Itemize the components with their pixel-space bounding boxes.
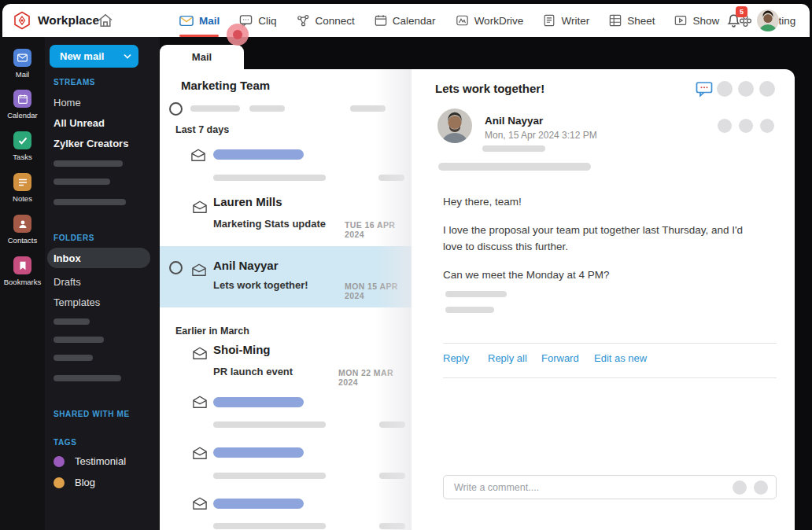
reply-all-button[interactable]: Reply all — [488, 352, 527, 364]
body-paragraph: Hey there, team! — [443, 193, 764, 210]
new-mail-button[interactable]: New mail — [50, 45, 138, 68]
workdrive-icon — [456, 14, 469, 27]
home-icon[interactable] — [98, 13, 113, 28]
envelope-icon — [192, 446, 208, 460]
skeleton-bar — [54, 337, 104, 343]
notification-badge: 5 — [736, 6, 747, 17]
nav-show[interactable]: Show — [674, 14, 719, 27]
skeleton-bar — [213, 397, 304, 407]
connect-icon — [297, 14, 310, 28]
mail-select-checkbox[interactable] — [169, 261, 183, 274]
new-mail-label: New mail — [50, 50, 104, 62]
sidebar-item-templates[interactable]: Templates — [54, 296, 100, 308]
message-body: Hey there, team! I love the proposal you… — [443, 193, 764, 295]
tab-mail[interactable]: Mail — [160, 45, 244, 69]
nav-workdrive[interactable]: WorkDrive — [456, 14, 524, 27]
mail-list: Marketing Team Last 7 days Lauren Mills … — [160, 69, 412, 530]
rail-item-notes[interactable]: Notes — [0, 173, 45, 203]
rail-item-calendar[interactable]: Calendar — [0, 90, 45, 120]
select-all-checkbox[interactable] — [169, 102, 183, 116]
edit-as-new-button[interactable]: Edit as new — [594, 352, 647, 364]
nav-label: Connect — [316, 15, 355, 27]
header-button-placeholder[interactable] — [760, 119, 774, 133]
mail-icon — [179, 15, 194, 27]
nav-calendar[interactable]: Calendar — [375, 14, 436, 27]
rail-item-contacts[interactable]: Contacts — [0, 215, 45, 245]
nav-label: Calendar — [393, 15, 436, 27]
sidebar-item-all-unread[interactable]: All Unread — [54, 117, 105, 129]
nav-writer[interactable]: Writer — [543, 14, 589, 27]
comment-input[interactable] — [454, 477, 714, 498]
top-bar: Workplace Mail Cliq — [2, 4, 810, 37]
mail-date: MON 22 MAR 2024 — [338, 368, 412, 387]
rail-contacts-icon — [13, 215, 31, 233]
chevron-down-icon[interactable] — [124, 53, 131, 59]
rail-item-tasks[interactable]: Tasks — [0, 131, 45, 161]
skeleton-bar — [213, 421, 326, 428]
rail-label: Bookmarks — [0, 278, 45, 286]
tag-testimonial[interactable]: Testimonial — [54, 455, 126, 467]
toolbar-button-placeholder[interactable] — [717, 81, 733, 97]
rail-tasks-icon — [13, 131, 31, 149]
group-label-older: Earlier in March — [175, 326, 249, 337]
comment-box — [443, 475, 777, 499]
divider — [443, 343, 777, 344]
message-subject: Lets work together! — [435, 82, 544, 95]
reply-button[interactable]: Reply — [443, 352, 469, 364]
envelope-icon — [192, 346, 208, 360]
rail-label: Notes — [0, 194, 45, 203]
rail-item-bookmarks[interactable]: Bookmarks — [0, 256, 45, 286]
envelope-icon — [190, 148, 206, 162]
nav-label: Mail — [199, 15, 220, 27]
mail-subject: Marketing Stats update — [213, 218, 326, 230]
comment-action-placeholder[interactable] — [733, 480, 747, 495]
tag-blog[interactable]: Blog — [54, 477, 95, 488]
divider — [443, 377, 777, 378]
nav-sheet[interactable]: Sheet — [609, 14, 655, 27]
skeleton-bar — [54, 160, 123, 167]
skeleton-bar — [213, 149, 304, 160]
sidebar-item-zylker-creators[interactable]: Zylker Creators — [54, 138, 128, 149]
skeleton-bar — [213, 473, 326, 479]
comment-icon[interactable] — [696, 81, 713, 98]
skeleton-bar — [445, 307, 494, 313]
folders-section-label: FOLDERS — [54, 234, 94, 242]
toolbar-button-placeholder[interactable] — [738, 81, 754, 97]
envelope-icon — [192, 395, 208, 409]
nav-label: Show — [692, 15, 719, 27]
sidebar-item-home[interactable]: Home — [54, 97, 81, 109]
skeleton-bar — [379, 473, 405, 479]
nav-connect[interactable]: Connect — [297, 14, 355, 28]
body-paragraph: Can we meet the Monday at 4 PM? — [443, 267, 764, 283]
skeleton-bar — [378, 175, 404, 181]
message-timestamp: Mon, 15 Apr 2024 3:12 PM — [485, 130, 597, 141]
skeleton-bar — [54, 355, 93, 361]
forward-button[interactable]: Forward — [541, 352, 579, 364]
nav-cliq[interactable]: Cliq — [239, 14, 276, 28]
nav-label: Cliq — [258, 15, 276, 27]
skeleton-bar — [249, 105, 285, 112]
header-button-placeholder[interactable] — [718, 119, 732, 133]
show-icon — [674, 14, 687, 27]
rail-item-mail[interactable]: Mail — [0, 49, 45, 79]
nav-mail[interactable]: Mail — [179, 15, 220, 27]
tag-label: Testimonial — [75, 455, 126, 467]
rail-label: Tasks — [0, 153, 45, 161]
toolbar-button-placeholder[interactable] — [759, 81, 775, 97]
skeleton-bar — [54, 318, 90, 325]
workplace-app: Workplace Mail Cliq — [0, 0, 812, 530]
rail-calendar-icon — [13, 90, 31, 108]
skeleton-bar — [445, 291, 507, 297]
rail-label: Mail — [0, 70, 45, 79]
sidebar-item-inbox[interactable]: Inbox — [47, 248, 150, 268]
comment-action-placeholder[interactable] — [754, 480, 768, 495]
mail-sender: Anil Nayyar — [213, 259, 279, 272]
user-avatar[interactable] — [757, 9, 779, 31]
header-button-placeholder[interactable] — [739, 119, 753, 133]
nav-label: Writer — [561, 15, 589, 27]
tags-section-label: TAGS — [54, 438, 76, 447]
sidebar-item-drafts[interactable]: Drafts — [54, 276, 81, 288]
mail-date: MON 15 APR 2024 — [345, 282, 412, 300]
skeleton-bar — [482, 145, 545, 152]
app-rail: Mail Calendar Tasks Notes Contacts — [0, 37, 45, 530]
